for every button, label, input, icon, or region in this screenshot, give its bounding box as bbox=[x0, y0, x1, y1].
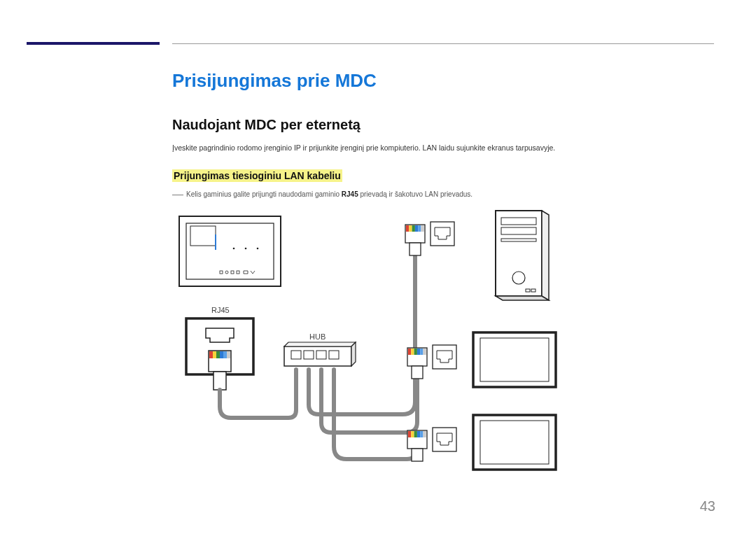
secondary-display-1-icon bbox=[473, 332, 556, 387]
page-title: Prisijungimas prie MDC bbox=[172, 70, 714, 92]
main-display-back-icon bbox=[179, 216, 281, 286]
svg-rect-21 bbox=[291, 351, 301, 359]
svg-rect-14 bbox=[209, 351, 213, 358]
svg-rect-2 bbox=[190, 226, 216, 246]
svg-rect-55 bbox=[412, 449, 423, 461]
page-content: Prisijungimas prie MDC Naudojant MDC per… bbox=[172, 70, 714, 488]
svg-point-5 bbox=[245, 247, 247, 249]
svg-rect-26 bbox=[501, 218, 536, 225]
diagram-svg bbox=[172, 208, 564, 488]
svg-rect-49 bbox=[414, 349, 417, 355]
svg-rect-43 bbox=[421, 225, 424, 232]
svg-rect-37 bbox=[410, 243, 421, 255]
svg-rect-24 bbox=[329, 351, 339, 359]
intro-paragraph: Įveskite pagrindinio rodomo įrenginio IP… bbox=[172, 143, 714, 153]
svg-rect-50 bbox=[417, 349, 420, 355]
svg-point-4 bbox=[233, 247, 235, 249]
hub-label: HUB bbox=[309, 332, 326, 341]
note-text-pre: Kelis gaminius galite prijungti naudodam… bbox=[186, 190, 342, 197]
note-dash-icon: ― bbox=[172, 188, 183, 200]
svg-rect-35 bbox=[480, 421, 549, 464]
svg-rect-61 bbox=[424, 431, 426, 437]
svg-point-29 bbox=[512, 272, 525, 284]
svg-rect-52 bbox=[424, 349, 426, 355]
svg-rect-39 bbox=[409, 225, 412, 232]
svg-rect-23 bbox=[316, 351, 326, 359]
svg-rect-59 bbox=[417, 431, 420, 437]
top-horizontal-rule bbox=[172, 43, 714, 44]
accent-bar bbox=[27, 42, 160, 45]
svg-rect-19 bbox=[227, 351, 230, 358]
svg-rect-15 bbox=[213, 351, 216, 358]
hub-icon bbox=[284, 342, 356, 366]
page-number: 43 bbox=[700, 498, 715, 514]
note-text-post: prievadą ir šakotuvo LAN prievadus. bbox=[358, 190, 472, 197]
svg-rect-16 bbox=[216, 351, 220, 358]
svg-rect-46 bbox=[412, 366, 423, 379]
section-title: Naudojant MDC per eternetą bbox=[172, 117, 714, 133]
svg-rect-22 bbox=[304, 351, 314, 359]
svg-rect-18 bbox=[223, 351, 227, 358]
svg-rect-30 bbox=[526, 289, 530, 292]
highlighted-heading: Prijungimas tiesioginiu LAN kabeliu bbox=[172, 169, 342, 182]
svg-rect-48 bbox=[411, 349, 414, 355]
rj45-label: RJ45 bbox=[211, 306, 230, 314]
pc-tower-icon bbox=[496, 211, 549, 300]
note-text-bold: RJ45 bbox=[342, 190, 358, 197]
rj45-closeup-icon bbox=[186, 318, 253, 390]
svg-rect-31 bbox=[531, 289, 536, 292]
svg-rect-27 bbox=[501, 227, 536, 234]
svg-rect-56 bbox=[408, 431, 411, 437]
svg-rect-42 bbox=[418, 225, 421, 232]
secondary-display-2-icon bbox=[473, 415, 556, 470]
rj45-plugs-icon bbox=[405, 222, 456, 461]
svg-rect-40 bbox=[412, 225, 415, 232]
svg-rect-33 bbox=[480, 338, 549, 381]
svg-rect-51 bbox=[420, 349, 423, 355]
subsection-title: Prijungimas tiesioginiu LAN kabeliu bbox=[172, 170, 714, 181]
svg-rect-57 bbox=[411, 431, 414, 437]
svg-rect-58 bbox=[414, 431, 417, 437]
connection-diagram: RJ45 HUB bbox=[172, 208, 564, 488]
note-line: ―Kelis gaminius galite prijungti naudoda… bbox=[172, 188, 714, 201]
svg-rect-60 bbox=[420, 431, 423, 437]
svg-rect-13 bbox=[214, 372, 226, 390]
svg-rect-38 bbox=[406, 225, 409, 232]
svg-rect-28 bbox=[501, 239, 536, 241]
svg-point-6 bbox=[257, 247, 259, 249]
svg-rect-41 bbox=[415, 225, 418, 232]
svg-rect-17 bbox=[220, 351, 223, 358]
svg-rect-47 bbox=[408, 349, 411, 355]
